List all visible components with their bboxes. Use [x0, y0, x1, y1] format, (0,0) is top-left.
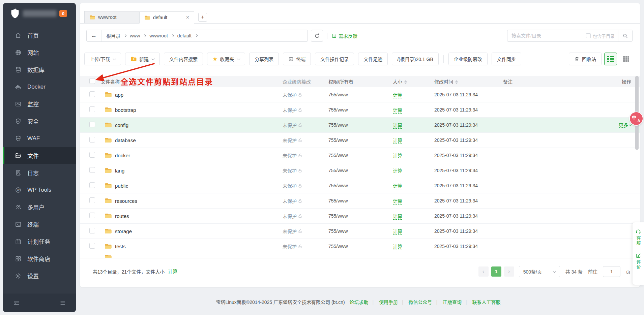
row-checkbox[interactable] [89, 182, 95, 188]
feedback-link[interactable]: 需求反馈 [331, 32, 357, 39]
content-search-button[interactable]: 文件内容搜索 [164, 53, 203, 65]
size-calc-link[interactable]: 计算 [393, 198, 402, 204]
row-checkbox[interactable] [89, 243, 95, 249]
size-calc-link[interactable]: 计算 [393, 183, 402, 189]
footer-link[interactable]: 微信公众号 [409, 300, 432, 305]
size-calc-link[interactable]: 计算 [393, 229, 402, 235]
row-checkbox[interactable] [89, 122, 95, 127]
page-size-select[interactable]: 500条/页 [519, 266, 560, 277]
file-name-link[interactable]: docker [115, 153, 130, 158]
column-size[interactable]: 大小 [393, 78, 434, 85]
file-trace-button[interactable]: 文件足迹 [358, 53, 388, 65]
customer-service-button[interactable]: 客服 [635, 228, 642, 246]
row-checkbox[interactable] [89, 167, 95, 173]
row-checkbox[interactable] [89, 213, 95, 218]
table-row[interactable]: docker 未保护 755/www 计算 2025-07-03 11:29:3… [80, 148, 640, 163]
size-calc-link[interactable]: 计算 [393, 138, 402, 144]
file-name-link[interactable]: resources [115, 198, 137, 204]
sidebar-item-monitor[interactable]: 监控 [3, 95, 76, 113]
more-link[interactable]: 更多 [619, 122, 631, 128]
subdir-checkbox[interactable] [586, 33, 591, 38]
collapse-sidebar-icon[interactable] [13, 300, 20, 306]
row-checkbox[interactable] [89, 228, 95, 233]
sidebar-item-cron[interactable]: 计划任务 [3, 233, 76, 250]
translate-button[interactable]: 中 A [630, 112, 643, 125]
table-row[interactable]: resources 未保护 755/www 计算 2025-07-03 11:2… [80, 193, 640, 209]
sidebar-item-database[interactable]: 数据库 [3, 61, 76, 78]
row-checkbox[interactable] [89, 197, 95, 203]
column-permission[interactable]: 权限/所有者 [328, 78, 393, 85]
file-name-link[interactable]: app [115, 92, 123, 98]
add-tab-button[interactable]: + [198, 13, 207, 22]
next-page-button[interactable]: › [504, 266, 514, 277]
goto-page-input[interactable] [603, 266, 620, 277]
sidebar-item-home[interactable]: 首页 [3, 27, 76, 44]
table-row[interactable]: app 未保护 755/www 计算 2025-07-03 11:29:34 [80, 87, 640, 102]
row-checkbox[interactable] [89, 137, 95, 143]
recycle-bin-button[interactable]: 回收站 [569, 53, 602, 65]
size-calc-link[interactable]: 计算 [393, 244, 402, 250]
search-button[interactable] [618, 30, 632, 41]
table-row[interactable]: storage 未保护 755/www 计算 2025-07-03 11:29:… [80, 224, 640, 239]
footer-link[interactable]: 使用手册 [379, 300, 398, 305]
row-checkbox[interactable] [89, 91, 95, 97]
table-row[interactable]: tests 未保护 755/www 计算 2025-07-03 11:29:34 [80, 239, 640, 254]
file-name-link[interactable]: config [115, 122, 128, 128]
share-list-button[interactable]: 分享列表 [249, 53, 279, 65]
size-calc-link[interactable]: 计算 [393, 214, 402, 220]
size-calc-link[interactable]: 计算 [393, 168, 402, 174]
column-remark[interactable]: 备注 [503, 78, 614, 85]
search-input[interactable] [507, 33, 586, 38]
table-row[interactable]: database 未保护 755/www 计算 2025-07-03 11:29… [80, 133, 640, 148]
size-calc-link[interactable]: 计算 [393, 92, 402, 98]
sidebar-item-security[interactable]: 安全 [3, 113, 76, 130]
rate-button[interactable]: 评价 [635, 253, 642, 270]
column-mtime[interactable]: 修改时间 [434, 78, 503, 85]
breadcrumb-item[interactable]: wwwroot [149, 33, 168, 38]
size-calc-link[interactable]: 计算 [393, 153, 402, 159]
size-calc-link[interactable]: 计算 [393, 123, 402, 129]
footer-link[interactable]: 联系人工客服 [472, 300, 501, 305]
terminal-button[interactable]: 终端 [283, 53, 311, 65]
table-row[interactable]: routes 未保护 755/www 计算 2025-07-03 11:29:3… [80, 209, 640, 224]
row-checkbox[interactable] [89, 106, 95, 112]
sidebar-item-terminal[interactable]: 终端 [3, 216, 76, 233]
close-tab-icon[interactable]: × [181, 15, 189, 20]
sidebar-item-appstore[interactable]: 软件商店 [3, 250, 76, 267]
message-count-badge[interactable]: 0 [59, 10, 67, 17]
menu-list-icon[interactable] [59, 300, 66, 306]
file-sync-button[interactable]: 文件同步 [492, 53, 521, 65]
sidebar-item-settings[interactable]: 设置 [3, 267, 76, 284]
file-name-link[interactable]: routes [115, 213, 129, 219]
file-name-link[interactable]: public [115, 183, 128, 189]
file-name-link[interactable]: database [115, 137, 136, 143]
select-all-checkbox[interactable] [89, 78, 95, 84]
file-name-link[interactable]: storage [115, 228, 132, 234]
sidebar-item-logs[interactable]: 日志 [3, 164, 76, 181]
tab-default[interactable]: default × [139, 11, 194, 24]
table-row[interactable]: bootstrap 未保护 755/www 计算 2025-07-03 11:2… [80, 102, 640, 118]
favorites-button[interactable]: ★收藏夹 [207, 53, 245, 65]
total-size-calc-link[interactable]: 计算 [168, 268, 177, 275]
file-name-link[interactable]: tests [115, 244, 126, 249]
include-subdir-option[interactable]: 包含子目录 [586, 33, 615, 39]
table-row[interactable]: lang 未保护 755/www 计算 2025-07-03 11:29:34 [80, 163, 640, 178]
refresh-button[interactable] [311, 30, 323, 42]
sort-icons[interactable] [404, 80, 407, 84]
upload-download-button[interactable]: 上传/下载 [84, 53, 121, 65]
size-calc-link[interactable]: 计算 [393, 107, 402, 114]
breadcrumb-item[interactable]: 根目录 [106, 32, 120, 39]
footer-link[interactable]: 论坛求助 [349, 300, 368, 305]
grid-view-toggle[interactable] [620, 53, 633, 65]
breadcrumb-item[interactable]: default [177, 33, 192, 38]
list-view-toggle[interactable] [604, 53, 617, 65]
sidebar-item-multiuser[interactable]: 多用户 [3, 198, 76, 216]
back-arrow-icon[interactable]: ← [87, 30, 101, 41]
row-checkbox[interactable] [89, 152, 95, 158]
sidebar-item-waf[interactable]: WAF WAF [3, 130, 76, 147]
footer-link[interactable]: 正版查询 [443, 300, 462, 305]
sidebar-item-sites[interactable]: 网站 [3, 44, 76, 61]
tamper-proof-button[interactable]: 企业级防篡改 [448, 53, 488, 65]
column-tamper[interactable]: 企业级防篡改 [279, 78, 328, 85]
new-button[interactable]: 新建 [125, 53, 160, 65]
